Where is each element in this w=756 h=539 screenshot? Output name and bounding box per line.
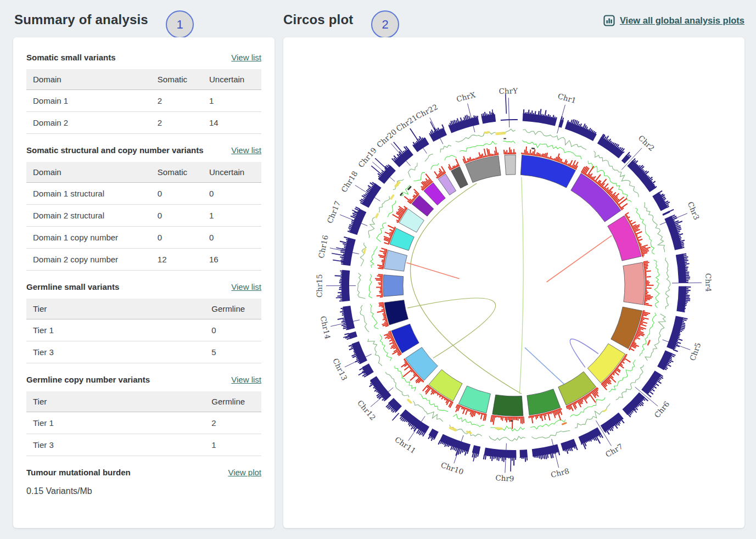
- summary-section-germline-cnv: Germline copy number variantsView listTi…: [26, 375, 261, 456]
- analysis-overview-page: Summary of analysis 1 Circos plot 2 View…: [0, 0, 756, 539]
- column-header: Domain: [26, 69, 151, 90]
- svg-text:Chr6: Chr6: [652, 400, 671, 419]
- table-cell: Tier 1: [26, 412, 205, 434]
- table-row: Tier 35: [26, 341, 261, 363]
- summary-table: DomainSomaticUncertainDomain 1 structura…: [26, 162, 261, 271]
- svg-text:Chr12: Chr12: [356, 398, 378, 422]
- table-row: Tier 10: [26, 319, 261, 341]
- view-list-link[interactable]: View list: [231, 145, 261, 155]
- bar-chart-icon: [603, 15, 615, 26]
- svg-text:ChrY: ChrY: [499, 86, 518, 96]
- column-header: Somatic: [151, 69, 203, 90]
- svg-text:Chr3: Chr3: [686, 200, 701, 221]
- table-cell: 0: [151, 183, 203, 205]
- svg-text:Chr8: Chr8: [550, 466, 570, 479]
- column-header: Domain: [26, 162, 151, 183]
- table-cell: Tier 3: [26, 434, 205, 456]
- step-badge-1: 1: [166, 10, 194, 38]
- table-cell: Tier 3: [26, 341, 205, 363]
- table-header-row: TierGermline: [26, 391, 261, 412]
- table-cell: 5: [205, 341, 261, 363]
- svg-text:Chr1: Chr1: [557, 92, 577, 105]
- view-list-link[interactable]: View list: [231, 53, 261, 62]
- table-cell: 1: [203, 90, 261, 112]
- svg-text:Chr7: Chr7: [604, 442, 624, 459]
- table-row: Tier 31: [26, 434, 261, 456]
- column-header: Somatic: [151, 162, 203, 183]
- view-all-global-plots-link[interactable]: View all global analysis plots: [603, 15, 744, 26]
- svg-text:Chr18: Chr18: [339, 170, 359, 194]
- view-list-link[interactable]: View list: [231, 282, 261, 291]
- table-row: Domain 2 copy number1216: [26, 249, 261, 271]
- table-cell: 14: [203, 112, 261, 134]
- summary-section-somatic-small-variants: Somatic small variantsView listDomainSom…: [26, 53, 261, 134]
- column-header: Tier: [26, 299, 205, 319]
- table-cell: Domain 1: [26, 90, 151, 112]
- table-cell: 0: [151, 205, 203, 227]
- summary-sections: Somatic small variantsView listDomainSom…: [26, 53, 261, 456]
- table-cell: Domain 1 structural: [26, 183, 151, 205]
- table-cell: Domain 2 structural: [26, 205, 151, 227]
- table-cell: 12: [151, 249, 203, 271]
- table-row: Tier 12: [26, 412, 261, 434]
- svg-text:Chr19: Chr19: [356, 145, 378, 169]
- svg-text:Chr11: Chr11: [393, 435, 417, 455]
- table-cell: 1: [203, 205, 261, 227]
- svg-text:Chr4: Chr4: [704, 273, 713, 292]
- svg-text:Chr5: Chr5: [688, 341, 703, 362]
- table-cell: 16: [203, 249, 261, 271]
- table-cell: 2: [151, 90, 203, 112]
- step-badge-2: 2: [371, 10, 399, 38]
- table-row: Domain 121: [26, 90, 261, 112]
- svg-text:Chr17: Chr17: [325, 200, 342, 225]
- table-cell: Tier 1: [26, 319, 205, 341]
- summary-section-somatic-structural-cnv: Somatic structural and copy number varia…: [26, 145, 261, 271]
- table-row: Domain 2 structural01: [26, 205, 261, 227]
- table-cell: Domain 1 copy number: [26, 227, 151, 249]
- table-cell: 0: [203, 227, 261, 249]
- svg-text:Chr10: Chr10: [440, 461, 465, 476]
- svg-text:Chr9: Chr9: [495, 473, 514, 483]
- svg-text:Chr16: Chr16: [317, 234, 330, 259]
- table-cell: 2: [151, 112, 203, 134]
- table-cell: 1: [205, 434, 261, 456]
- column-header: Tier: [26, 391, 205, 412]
- table-cell: 2: [205, 412, 261, 434]
- svg-text:Chr20: Chr20: [375, 127, 399, 149]
- column-header: Germline: [205, 391, 261, 412]
- table-header-row: DomainSomaticUncertain: [26, 69, 261, 90]
- column-header: Germline: [205, 299, 261, 319]
- summary-title: Summary of analysis: [14, 12, 148, 27]
- section-title: Germline copy number variants: [26, 375, 150, 384]
- summary-section-germline-small-variants: Germline small variantsView listTierGerm…: [26, 282, 261, 363]
- summary-table: DomainSomaticUncertainDomain 121Domain 2…: [26, 69, 261, 134]
- view-list-link[interactable]: View list: [231, 375, 261, 384]
- svg-text:Chr13: Chr13: [331, 357, 349, 381]
- circos-card: Chr1Chr2Chr3Chr4Chr5Chr6Chr7Chr8Chr9Chr1…: [283, 37, 744, 528]
- table-cell: Domain 2 copy number: [26, 249, 151, 271]
- tmb-title: Tumour mutational burden: [26, 468, 131, 477]
- view-all-global-plots-label[interactable]: View all global analysis plots: [620, 15, 744, 26]
- tmb-value: 0.15 Variants/Mb: [26, 486, 261, 496]
- summary-table: TierGermlineTier 12Tier 31: [26, 391, 261, 456]
- svg-text:Chr15: Chr15: [315, 274, 323, 297]
- section-title: Somatic small variants: [26, 53, 116, 62]
- table-cell: 0: [203, 183, 261, 205]
- tumour-mutational-burden-section: Tumour mutational burden View plot 0.15 …: [26, 468, 261, 496]
- step-badge-2-number: 2: [382, 18, 388, 32]
- column-header: Uncertain: [203, 162, 261, 183]
- column-header: Uncertain: [203, 69, 261, 90]
- view-plot-link[interactable]: View plot: [228, 468, 261, 477]
- svg-text:Chr2: Chr2: [637, 133, 657, 153]
- table-cell: 0: [205, 319, 261, 341]
- table-header-row: DomainSomaticUncertain: [26, 162, 261, 183]
- table-cell: 0: [151, 227, 203, 249]
- svg-text:Chr21: Chr21: [394, 113, 418, 133]
- table-row: Domain 2214: [26, 112, 261, 134]
- table-row: Domain 1 structural00: [26, 183, 261, 205]
- table-cell: Domain 2: [26, 112, 151, 134]
- svg-text:Chr14: Chr14: [319, 315, 333, 340]
- section-title: Germline small variants: [26, 282, 119, 291]
- table-row: Domain 1 copy number00: [26, 227, 261, 249]
- section-title: Somatic structural and copy number varia…: [26, 145, 204, 155]
